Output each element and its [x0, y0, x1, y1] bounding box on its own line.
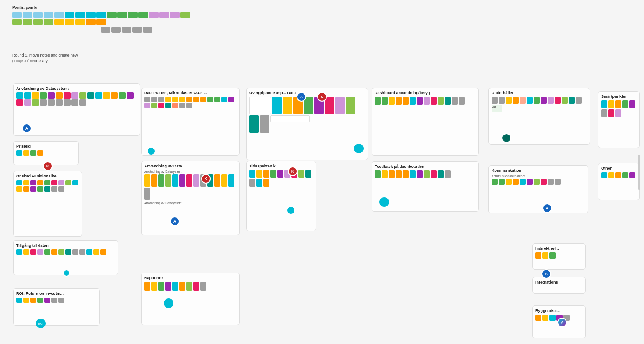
- sticky-note[interactable]: [548, 97, 554, 104]
- sticky-note[interactable]: [44, 249, 50, 255]
- avatar-k-tidaspekten[interactable]: K: [288, 167, 297, 176]
- sticky-note[interactable]: [608, 172, 614, 178]
- sticky-note[interactable]: [30, 150, 36, 156]
- sticky-note[interactable]: [186, 282, 192, 291]
- sticky-note[interactable]: [179, 97, 185, 102]
- sticky-note[interactable]: [44, 186, 50, 192]
- sticky-note[interactable]: [151, 103, 157, 108]
- sticky-note[interactable]: [445, 97, 451, 105]
- sticky-note[interactable]: [151, 97, 157, 102]
- sticky-note[interactable]: [375, 170, 381, 178]
- sticky-note[interactable]: [100, 249, 106, 255]
- sticky-note[interactable]: [40, 92, 47, 99]
- sticky-note[interactable]: [179, 174, 185, 187]
- sticky-note[interactable]: [622, 100, 628, 108]
- sticky-note[interactable]: [23, 298, 29, 303]
- sticky-note[interactable]: [65, 249, 71, 255]
- sticky-note[interactable]: [534, 179, 540, 185]
- sticky-note[interactable]: [71, 92, 78, 99]
- sticky-note[interactable]: [16, 249, 22, 255]
- sticky-note[interactable]: [555, 97, 561, 104]
- sticky-note[interactable]: [144, 174, 150, 187]
- sticky-note[interactable]: [375, 97, 381, 105]
- sticky-note[interactable]: [382, 170, 388, 178]
- sticky-note[interactable]: [335, 97, 345, 114]
- sticky-note[interactable]: [200, 97, 206, 102]
- sticky-note[interactable]: [144, 188, 150, 200]
- sticky-note[interactable]: [499, 97, 505, 104]
- sticky-note[interactable]: [158, 97, 164, 102]
- sticky-note[interactable]: [144, 282, 150, 291]
- avatar-a-anvandning-data[interactable]: A: [170, 216, 180, 226]
- avatar-a-datasystem[interactable]: A: [22, 124, 32, 133]
- sticky-note[interactable]: [214, 174, 220, 187]
- sticky-note[interactable]: [270, 170, 276, 178]
- sticky-note[interactable]: [542, 315, 548, 321]
- sticky-note[interactable]: [396, 170, 402, 178]
- sticky-note[interactable]: [431, 97, 437, 105]
- sticky-note[interactable]: [87, 92, 94, 99]
- sticky-note[interactable]: [64, 99, 71, 106]
- sticky-note[interactable]: [601, 100, 607, 108]
- sticky-note[interactable]: [410, 170, 416, 178]
- sticky-note[interactable]: [403, 97, 409, 105]
- sticky-note[interactable]: [48, 92, 55, 99]
- avatar-minus-underhallet[interactable]: –: [502, 133, 511, 143]
- sticky-note[interactable]: [298, 170, 304, 178]
- sticky-note[interactable]: [32, 92, 39, 99]
- sticky-note[interactable]: [56, 92, 63, 99]
- sticky-note[interactable]: [506, 179, 512, 185]
- sticky-note[interactable]: [193, 97, 199, 102]
- sticky-note[interactable]: [249, 170, 255, 178]
- sticky-note[interactable]: [520, 97, 526, 104]
- sticky-note[interactable]: [79, 92, 86, 99]
- sticky-note[interactable]: [51, 249, 57, 255]
- sticky-note[interactable]: [569, 97, 575, 104]
- sticky-note[interactable]: [541, 179, 547, 185]
- sticky-note[interactable]: [410, 97, 416, 105]
- sticky-note[interactable]: [86, 249, 92, 255]
- sticky-note[interactable]: [16, 298, 22, 303]
- sticky-note[interactable]: [165, 282, 171, 291]
- sticky-note[interactable]: [103, 92, 110, 99]
- sticky-note[interactable]: [445, 170, 451, 178]
- sticky-note[interactable]: [608, 109, 614, 117]
- sticky-note[interactable]: [32, 99, 39, 106]
- sticky-note[interactable]: [16, 186, 22, 192]
- sticky-note[interactable]: [30, 298, 36, 303]
- sticky-note[interactable]: [58, 180, 64, 185]
- sticky-note[interactable]: [549, 252, 556, 259]
- sticky-note[interactable]: [37, 249, 43, 255]
- sticky-note[interactable]: [492, 97, 498, 104]
- sticky-note[interactable]: [629, 172, 635, 178]
- scrollbar[interactable]: [638, 155, 640, 190]
- sticky-note[interactable]: [186, 97, 192, 102]
- sticky-note[interactable]: [424, 170, 430, 178]
- sticky-note[interactable]: [459, 97, 465, 105]
- sticky-note[interactable]: [186, 103, 192, 108]
- sticky-note[interactable]: [158, 282, 164, 291]
- sticky-note[interactable]: [151, 282, 157, 291]
- sticky-note[interactable]: [16, 92, 23, 99]
- sticky-note[interactable]: [23, 249, 29, 255]
- sticky-note[interactable]: [542, 252, 548, 259]
- sticky-note[interactable]: [263, 170, 269, 178]
- sticky-note[interactable]: [24, 99, 31, 106]
- sticky-note[interactable]: [119, 92, 126, 99]
- sticky-note[interactable]: [72, 180, 78, 185]
- sticky-note[interactable]: [221, 174, 227, 187]
- sticky-note[interactable]: [520, 179, 526, 185]
- sticky-note[interactable]: [37, 298, 43, 303]
- sticky-note[interactable]: [541, 97, 547, 104]
- sticky-note[interactable]: [438, 97, 444, 105]
- sticky-note[interactable]: [158, 174, 164, 187]
- sticky-note[interactable]: [272, 97, 282, 114]
- sticky-note[interactable]: [23, 150, 29, 156]
- sticky-note[interactable]: [16, 180, 22, 185]
- sticky-note[interactable]: [48, 99, 55, 106]
- avatar-k-anvandning-data[interactable]: K: [201, 174, 211, 184]
- sticky-note[interactable]: [37, 180, 43, 185]
- sticky-note[interactable]: [165, 103, 171, 108]
- sticky-note[interactable]: [79, 249, 85, 255]
- sticky-note[interactable]: [260, 115, 269, 133]
